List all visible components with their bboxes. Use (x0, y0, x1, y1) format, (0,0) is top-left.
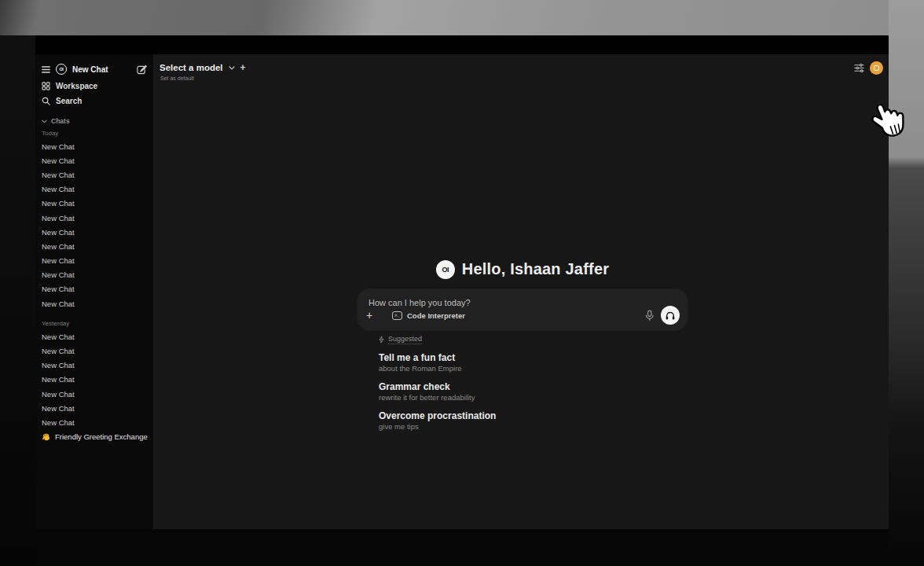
wallpaper-left (0, 35, 35, 566)
greeting-text: Hello, Ishaan Jaffer (462, 260, 609, 278)
sidebar-chat-item[interactable]: New Chat (42, 239, 147, 253)
suggestion-title: Overcome procrastination (379, 410, 688, 421)
sidebar-item-search[interactable]: Search (42, 94, 147, 108)
chat-list-yesterday: New ChatNew ChatNew ChatNew ChatNew Chat… (42, 329, 147, 429)
suggestion-item[interactable]: Grammar check rewrite it for better read… (379, 381, 688, 402)
sidebar-chat-item-named[interactable]: Friendly Greeting Exchange (42, 430, 147, 444)
wallpaper-bottom (35, 529, 889, 566)
sidebar-chat-item[interactable]: New Chat (42, 268, 147, 282)
sidebar-chat-item[interactable]: New Chat (42, 401, 147, 415)
user-avatar[interactable] (870, 61, 883, 75)
app-logo: OI (56, 64, 67, 75)
controls-sliders-icon[interactable] (854, 63, 864, 73)
terminal-icon: >_ (392, 311, 402, 320)
chat-group-label-yesterday: Yesterday (42, 318, 147, 329)
sidebar-chat-item[interactable]: New Chat (42, 358, 147, 373)
search-label: Search (56, 97, 82, 105)
wallpaper-right (889, 0, 924, 566)
message-input[interactable]: How can I help you today? + >_ Code Inte… (358, 289, 688, 330)
code-interpreter-label: Code Interpreter (407, 311, 465, 320)
wave-hand-icon (42, 432, 51, 442)
add-model-button[interactable]: + (240, 62, 246, 73)
sidebar-chat-item[interactable]: New Chat (42, 167, 147, 182)
window-titlebar (35, 35, 889, 54)
composer-controls: + >_ Code Interpreter (366, 306, 680, 325)
attach-plus-button[interactable]: + (366, 310, 379, 321)
bolt-icon (379, 336, 384, 344)
workspace-grid-icon (42, 82, 50, 90)
sidebar: OI New Chat Workspace Search Chats Today (35, 54, 153, 529)
chevron-down-icon (229, 66, 235, 70)
header-actions (854, 61, 883, 75)
suggested-label: Suggested (388, 335, 422, 344)
new-chat-icon[interactable] (137, 64, 147, 75)
sidebar-item-workspace[interactable]: Workspace (42, 79, 147, 94)
sidebar-chat-item[interactable]: New Chat (42, 387, 147, 401)
chevron-down-icon (42, 119, 47, 123)
sidebar-chat-item[interactable]: New Chat (42, 373, 147, 387)
voice-call-button[interactable] (661, 306, 680, 325)
sidebar-chat-item[interactable]: New Chat (42, 415, 147, 429)
microphone-icon[interactable] (645, 310, 654, 322)
avatar-glyph (874, 65, 879, 71)
model-selector-label: Select a model (160, 63, 223, 72)
named-chat-label: Friendly Greeting Exchange (55, 432, 148, 441)
app-logo: OI (436, 260, 455, 279)
suggestion-title: Tell me a fun fact (379, 352, 688, 363)
sidebar-chat-item[interactable]: New Chat (42, 153, 147, 167)
chat-list-today: New ChatNew ChatNew ChatNew ChatNew Chat… (42, 139, 147, 311)
model-selector[interactable]: Select a model + (160, 62, 246, 73)
suggested-section: Suggested Tell me a fun fact about the R… (358, 335, 688, 432)
sidebar-chat-item[interactable]: New Chat (42, 197, 147, 211)
suggestion-item[interactable]: Tell me a fun fact about the Roman Empir… (379, 352, 688, 373)
sidebar-header: OI New Chat (42, 61, 147, 77)
sidebar-chat-item[interactable]: New Chat (42, 182, 147, 197)
suggestion-subtitle: about the Roman Empire (379, 364, 688, 373)
chats-section-toggle[interactable]: Chats (42, 115, 147, 127)
welcome-panel: OI Hello, Ishaan Jaffer How can I help y… (358, 259, 688, 432)
suggestion-item[interactable]: Overcome procrastination give me tips (379, 410, 688, 432)
sidebar-chat-item[interactable]: New Chat (42, 211, 147, 225)
sidebar-chat-item[interactable]: New Chat (42, 139, 147, 153)
suggestion-subtitle: rewrite it for better readability (379, 393, 688, 402)
set-as-default-link[interactable]: Set as default (160, 75, 194, 81)
greeting: OI Hello, Ishaan Jaffer (358, 259, 688, 279)
sidebar-chat-item[interactable]: New Chat (42, 254, 147, 268)
wallpaper-top (0, 0, 924, 35)
suggestion-subtitle: give me tips (379, 422, 688, 432)
chats-section-label: Chats (51, 117, 70, 125)
chat-group-label-today: Today (42, 127, 147, 139)
sidebar-chat-item[interactable]: New Chat (42, 282, 147, 296)
main-chat-area: Select a model + Set as default OI Hello… (153, 54, 889, 529)
sidebar-chat-item[interactable]: New Chat (42, 344, 147, 358)
code-interpreter-toggle[interactable]: >_ Code Interpreter (392, 311, 465, 320)
search-icon (42, 97, 50, 105)
suggestion-title: Grammar check (379, 381, 688, 392)
workspace-label: Workspace (56, 82, 97, 90)
sidebar-title: New Chat (72, 65, 131, 74)
sidebar-chat-item[interactable]: New Chat (42, 296, 147, 311)
sidebar-chat-item[interactable]: New Chat (42, 225, 147, 239)
suggestion-list: Tell me a fun fact about the Roman Empir… (379, 352, 688, 432)
app-window: OI New Chat Workspace Search Chats Today (35, 35, 889, 529)
hamburger-menu-icon[interactable] (42, 66, 50, 73)
sidebar-chat-item[interactable]: New Chat (42, 329, 147, 344)
suggested-header: Suggested (379, 335, 688, 344)
